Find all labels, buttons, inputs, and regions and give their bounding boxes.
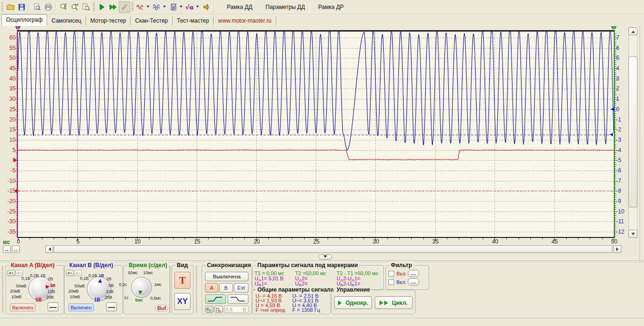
rising-edge-icon[interactable]	[205, 294, 226, 304]
time-view-button[interactable]: T	[174, 272, 190, 289]
filter-a-label: Вкл	[396, 271, 405, 277]
sync-source-ext-button[interactable]: Ext	[234, 283, 248, 293]
left-axis-tick-label: -15	[0, 187, 16, 194]
channel-a-gain-knob[interactable]: 0,1В0,2В1В2В5В10В20В10мВ20мВ50мВ5В	[7, 267, 62, 302]
knob-label[interactable]: 20В	[105, 295, 112, 300]
t2-value: T2 =50,00 мс	[295, 271, 326, 276]
filter-a-checkbox[interactable]	[388, 271, 394, 277]
knob-label[interactable]: 5В	[108, 283, 114, 288]
marker-1-goto-button[interactable]: ..	[3, 245, 11, 253]
view-panel: Вид T XY	[172, 265, 193, 314]
channel-a-invert-button[interactable]: —	[48, 302, 58, 311]
filter-a-more-button[interactable]: ...	[408, 270, 419, 277]
control-title: Управление	[335, 286, 372, 293]
panel-grip[interactable]	[196, 266, 197, 312]
pulse-level-icon[interactable]	[215, 306, 223, 313]
left-axis-tick-label: -30	[0, 218, 16, 225]
knob-label[interactable]: 20мВ	[68, 289, 79, 293]
fb-value: F = 1308 Гц	[292, 308, 320, 313]
scope-plot[interactable]	[0, 0, 644, 257]
view-title: Вид	[175, 262, 190, 269]
time-axis-tick-label: 30	[369, 238, 383, 245]
panel-grip[interactable]	[2, 266, 3, 312]
channel-b-power-button[interactable]: Включен	[68, 303, 94, 311]
horizontal-scrollbar-thumb[interactable]	[54, 245, 612, 253]
left-axis-tick-label: 35	[0, 85, 16, 92]
knob-label[interactable]: 2В	[106, 277, 111, 281]
ua1-value: UА1= 5,01 В	[255, 276, 283, 281]
knob-label[interactable]: 10мВ	[11, 294, 22, 299]
knob-label[interactable]: 20мВ	[10, 289, 20, 293]
knob-label[interactable]: 0,2с	[119, 282, 127, 287]
cycle-run-button[interactable]: Цикл.	[375, 296, 413, 309]
left-axis-tick-label: 25	[0, 106, 16, 113]
knob-selected-value: 1В	[94, 297, 100, 302]
knob-label[interactable]: 50мВ	[16, 284, 26, 288]
left-axis-tick-label: 10	[0, 137, 16, 143]
left-axis-tick-label: 0	[0, 157, 16, 163]
play-icon	[338, 301, 344, 305]
knob-label[interactable]: 50мВ	[74, 284, 85, 288]
time-axis-tick-label: 50	[607, 238, 621, 245]
scroll-up-icon[interactable]	[628, 27, 637, 35]
vertical-scrollbar-thumb[interactable]	[628, 57, 637, 207]
knob-label[interactable]: 10В	[48, 289, 55, 294]
left-axis-tick-label: 60	[0, 34, 16, 41]
sync-level-unit: В	[243, 307, 246, 312]
ub2-value: UВ2=	[295, 281, 308, 286]
scroll-right-icon[interactable]	[613, 245, 621, 253]
control-panel: Управление Однокр. Цикл.	[331, 290, 415, 314]
sync-source-b-button[interactable]: B	[219, 283, 233, 293]
ub2-ub1-value: UВ2-UВ1=	[337, 281, 360, 286]
knob-label[interactable]: 2мс	[154, 282, 162, 287]
wave-level-icon[interactable]	[205, 306, 214, 313]
xy-view-button[interactable]: XY	[174, 293, 190, 310]
knob-label[interactable]: 0,2В	[30, 273, 39, 278]
filter-b-label: Вкл	[396, 279, 405, 285]
left-axis-tick-label: 50	[0, 55, 16, 61]
knob-label[interactable]: 50мс	[128, 270, 138, 275]
knob-label[interactable]: 10В	[106, 289, 114, 294]
marker-params-title: Параметры сигнала под маркерами	[256, 262, 359, 269]
left-axis-tick-label: 15	[0, 126, 16, 133]
sync-off-button[interactable]: Выключена	[205, 272, 248, 281]
left-axis-tick-label: -10	[0, 178, 16, 184]
knob-label[interactable]: 0,2В	[89, 273, 98, 278]
filter-b-checkbox[interactable]	[388, 279, 394, 285]
window-edge	[640, 26, 641, 261]
time-axis-tick-label: 5	[71, 238, 85, 245]
channel-b-invert-button[interactable]: —	[106, 302, 117, 311]
knob-label[interactable]: 5мс	[135, 298, 143, 302]
x-axis-unit-label: мс	[3, 239, 10, 245]
ub1-value: UВ1=	[255, 281, 267, 286]
knob-label[interactable]: 10мВ	[70, 294, 80, 299]
falling-edge-icon[interactable]	[228, 294, 248, 304]
collapse-panel-button[interactable]	[319, 254, 332, 260]
scroll-left-icon[interactable]	[45, 245, 53, 253]
knob-label[interactable]: 0,1В	[22, 276, 31, 281]
time-axis-tick-label: 20	[250, 238, 264, 245]
knob-label[interactable]: 1В	[40, 273, 45, 278]
knob-label[interactable]: 2В	[48, 277, 53, 281]
channel-b-gain-knob[interactable]: 0,1В0,2В1В2В5В10В20В10мВ20мВ50мВ1В	[65, 267, 121, 302]
knob-label[interactable]: 10мс	[143, 270, 153, 275]
fa-value: F =не опред.	[256, 308, 286, 313]
scroll-down-icon[interactable]	[628, 230, 637, 238]
sync-source-a-button[interactable]: А	[205, 283, 218, 293]
channel-a-power-button[interactable]: Включен	[10, 303, 35, 311]
time-axis-tick-label: 40	[488, 238, 502, 245]
left-axis-tick-label: 5	[0, 147, 16, 154]
time-base-knob[interactable]: 50мс10мс2мс0,5мс5мс1с0,2с	[119, 267, 164, 308]
knob-label[interactable]: 20В	[46, 295, 54, 300]
knob-label[interactable]: 1с	[124, 295, 129, 300]
sync-panel: Синхронизация Выключена А B Ext В	[202, 265, 252, 314]
knob-label[interactable]: 0,5мс	[150, 296, 161, 301]
left-axis-tick-label: -5	[0, 167, 16, 174]
filter-panel: Фильтр Вкл ... Вкл ...	[386, 265, 429, 290]
single-run-button[interactable]: Однокр.	[334, 296, 372, 309]
knob-label[interactable]: 0,1В	[80, 276, 89, 281]
marker-2-goto-button[interactable]: ..	[12, 245, 20, 253]
panel-grip[interactable]	[169, 266, 171, 312]
time-axis-tick-label: 15	[190, 238, 204, 245]
filter-b-more-button[interactable]: ...	[408, 278, 419, 285]
